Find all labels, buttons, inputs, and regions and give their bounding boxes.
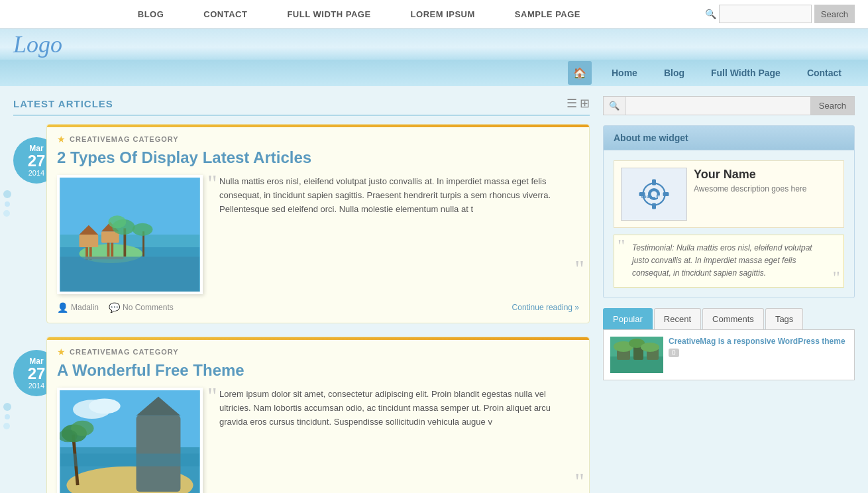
comment-bubble: 0 bbox=[669, 349, 679, 357]
about-widget-body: code wp Your Name Awesome description go… bbox=[604, 150, 854, 298]
article-2: ★ CREATIVEMAG CATEGORY A Wonderful Free … bbox=[46, 337, 590, 493]
svg-rect-8 bbox=[101, 231, 119, 243]
article-1-comments-count: No Comments bbox=[123, 303, 174, 312]
article-2-title[interactable]: A Wonderful Free Theme bbox=[57, 361, 579, 380]
content-area: LATEST ARTICLES ☰ ⊞ Mar 27 2014 bbox=[13, 96, 590, 493]
article-2-text: " Lorem ipsum dolor sit amet, consectetu… bbox=[213, 388, 579, 493]
article-1-excerpt: Nulla mattis eros nisl, eleifend volutpa… bbox=[213, 175, 579, 216]
about-description: Awesome description goes here bbox=[694, 184, 807, 193]
article-1-image-svg bbox=[60, 178, 200, 292]
article-2-category: ★ CREATIVEMAG CATEGORY bbox=[57, 347, 579, 357]
about-name: Your Name bbox=[694, 168, 807, 182]
article-1-wrapper: Mar 27 2014 ★ CREATIVEMAG CATEGORY 2 Typ… bbox=[46, 124, 590, 323]
sec-nav-home[interactable]: Home bbox=[598, 60, 651, 86]
view-toggle: ☰ ⊞ bbox=[567, 96, 590, 111]
top-nav: BLOG CONTACT FULL WIDTH PAGE LOREM IPSUM… bbox=[0, 0, 868, 28]
testimonial-box: " Testimonial: Nulla mattis eros nisl, e… bbox=[614, 235, 844, 288]
svg-rect-11 bbox=[111, 243, 113, 256]
article-1-text: " Nulla mattis eros nisl, eleifend volut… bbox=[213, 175, 579, 294]
article-2-image-svg bbox=[60, 390, 200, 493]
sidebar: 🔍 Search About me widget bbox=[603, 96, 855, 493]
svg-rect-33 bbox=[652, 180, 656, 186]
nav-contact[interactable]: CONTACT bbox=[184, 0, 267, 28]
logo-bar: Logo bbox=[0, 28, 868, 60]
article-1-top-bar bbox=[47, 125, 589, 127]
sec-nav-fullwidth[interactable]: Full Width Page bbox=[698, 60, 794, 86]
top-search-button[interactable]: Search bbox=[814, 5, 855, 23]
sidebar-search-button[interactable]: Search bbox=[810, 96, 855, 115]
author-icon: 👤 bbox=[57, 302, 68, 313]
svg-point-48 bbox=[641, 343, 659, 352]
tab-tags[interactable]: Tags bbox=[765, 308, 803, 329]
nav-sample[interactable]: SAMPLE PAGE bbox=[495, 0, 600, 28]
article-1-title[interactable]: 2 Types Of Display Latest Articles bbox=[57, 148, 579, 167]
about-info: Your Name Awesome description goes here bbox=[694, 168, 807, 193]
nav-blog[interactable]: BLOG bbox=[118, 0, 184, 28]
testimonial-quote-open-icon: " bbox=[618, 237, 625, 255]
popular-item-1: CreativeMag is a responsive WordPress th… bbox=[610, 337, 847, 373]
codeinwp-logo: code wp bbox=[634, 174, 674, 214]
nav-lorem[interactable]: LOREM IPSUM bbox=[391, 0, 495, 28]
article-1-image bbox=[57, 175, 203, 294]
article-2-wrapper: Mar 27 2014 ★ CREATIVEMAG CATEGORY A Won… bbox=[46, 337, 590, 493]
main-layout: LATEST ARTICLES ☰ ⊞ Mar 27 2014 bbox=[0, 86, 868, 493]
testimonial-text: Testimonial: Nulla mattis eros nisl, ele… bbox=[624, 242, 834, 280]
article-1-content: " Nulla mattis eros nisl, eleifend volut… bbox=[57, 175, 579, 294]
article-1-footer: 👤 Madalin 💬 No Comments Continue reading… bbox=[57, 302, 579, 313]
popular-comment-count: 0 bbox=[669, 349, 845, 357]
article-1: ★ CREATIVEMAG CATEGORY 2 Types Of Displa… bbox=[46, 124, 590, 323]
article-2-category-label: CREATIVEMAG CATEGORY bbox=[70, 348, 179, 356]
testimonial-quote-close-icon: " bbox=[833, 268, 840, 287]
tab-comments[interactable]: Comments bbox=[702, 308, 764, 329]
sidebar-search-input[interactable] bbox=[625, 96, 810, 115]
sec-nav-contact[interactable]: Contact bbox=[794, 60, 855, 86]
quote-open-2-icon: " bbox=[207, 384, 217, 408]
logo[interactable]: Logo bbox=[13, 30, 62, 58]
category-star-2-icon: ★ bbox=[57, 347, 66, 357]
svg-text:wp: wp bbox=[655, 194, 661, 199]
svg-rect-10 bbox=[107, 243, 110, 256]
tabs-header: Popular Recent Comments Tags bbox=[603, 308, 855, 330]
quote-close-2-icon: " bbox=[574, 470, 584, 493]
popular-item-info: CreativeMag is a responsive WordPress th… bbox=[669, 337, 845, 357]
decorative-dots-2 bbox=[3, 403, 11, 433]
about-me-widget: About me widget bbox=[603, 125, 855, 298]
article-1-author: 👤 Madalin bbox=[57, 302, 99, 313]
top-search-input[interactable] bbox=[719, 5, 812, 23]
popular-thumb-svg bbox=[610, 337, 663, 373]
latest-articles-header: LATEST ARTICLES ☰ ⊞ bbox=[13, 96, 590, 116]
article-1-comments: 💬 No Comments bbox=[109, 302, 174, 313]
popular-item-thumb bbox=[610, 337, 663, 373]
grid-view-icon[interactable]: ⊞ bbox=[580, 96, 590, 111]
svg-point-21 bbox=[89, 398, 121, 413]
latest-articles-title: LATEST ARTICLES bbox=[13, 98, 113, 109]
nav-full-width[interactable]: FULL WIDTH PAGE bbox=[267, 0, 390, 28]
svg-rect-18 bbox=[60, 256, 199, 292]
svg-rect-30 bbox=[60, 454, 199, 466]
home-icon[interactable]: 🏠 bbox=[568, 61, 592, 85]
article-2-day: 27 bbox=[28, 366, 46, 382]
tab-popular[interactable]: Popular bbox=[603, 308, 653, 329]
sidebar-search-icon: 🔍 bbox=[603, 96, 625, 115]
decorative-dots-1 bbox=[3, 190, 11, 220]
svg-point-15 bbox=[109, 215, 127, 228]
about-widget-header: About me widget bbox=[604, 126, 854, 150]
category-star-icon: ★ bbox=[57, 134, 66, 144]
article-1-year: 2014 bbox=[28, 169, 44, 177]
svg-rect-4 bbox=[80, 235, 99, 247]
popular-item-title[interactable]: CreativeMag is a responsive WordPress th… bbox=[669, 337, 845, 346]
svg-rect-36 bbox=[663, 192, 669, 196]
article-1-day: 27 bbox=[28, 153, 46, 169]
comments-icon: 💬 bbox=[109, 302, 120, 313]
article-2-content: " Lorem ipsum dolor sit amet, consectetu… bbox=[57, 388, 579, 493]
article-2-top-bar bbox=[47, 337, 589, 340]
article-1-continue[interactable]: Continue reading » bbox=[512, 303, 579, 312]
search-icon: 🔍 bbox=[705, 9, 716, 19]
article-1-author-name: Madalin bbox=[71, 303, 99, 312]
list-view-icon[interactable]: ☰ bbox=[567, 96, 577, 111]
tab-recent[interactable]: Recent bbox=[654, 308, 701, 329]
sec-nav-blog[interactable]: Blog bbox=[651, 60, 698, 86]
quote-close-icon: " bbox=[574, 257, 584, 281]
svg-point-17 bbox=[133, 223, 153, 236]
article-1-category: ★ CREATIVEMAG CATEGORY bbox=[57, 134, 579, 144]
